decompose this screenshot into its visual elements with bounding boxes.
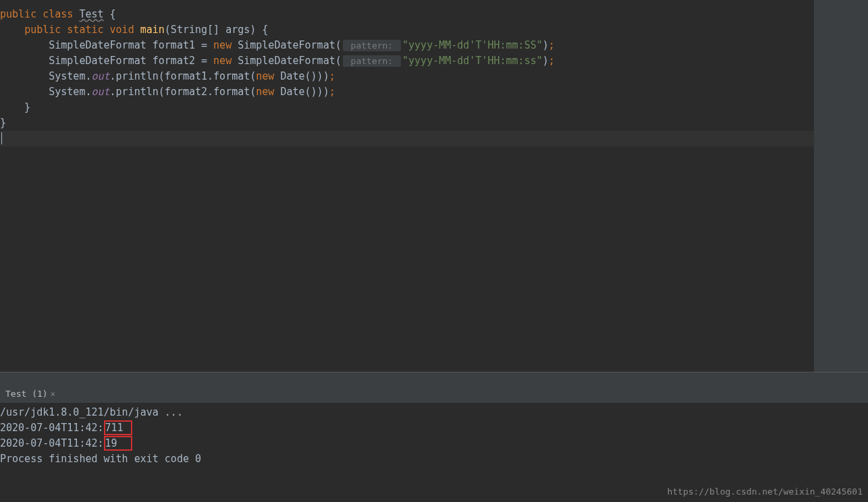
code-line: public static void main(String[] args) { — [0, 22, 814, 38]
console-tab[interactable]: Test (1) × — [0, 386, 61, 401]
console-tab-bar: Test (1) × — [0, 385, 868, 403]
code-line: public class Test { — [0, 7, 814, 22]
string-literal: "yyyy-MM-dd'T'HH:mm:SS" — [402, 39, 543, 51]
output-prefix: 2020-07-04T11:42: — [0, 437, 104, 449]
highlighted-output: 711 — [104, 420, 132, 435]
console-line: 2020-07-04T11:42:19 — [0, 436, 868, 451]
keyword-new: new — [213, 39, 238, 51]
code-line: System.out.println(format1.format(new Da… — [0, 69, 814, 84]
method-call: .println(format1.format( — [110, 70, 256, 82]
code-editor[interactable]: public class Test { public static void m… — [0, 0, 814, 372]
method-main: main — [140, 24, 165, 36]
system-ref: System. — [49, 70, 91, 82]
semicolon: ; — [329, 86, 335, 98]
pane-separator[interactable] — [0, 372, 868, 385]
param-hint: pattern: — [343, 40, 401, 51]
method-call: .println(format2.format( — [110, 86, 256, 98]
keyword-void: void — [110, 24, 140, 36]
ctor-call: SimpleDateFormat( — [238, 55, 342, 67]
code-line: SimpleDateFormat format2 = new SimpleDat… — [0, 53, 814, 69]
code-line: } — [0, 115, 814, 131]
indent — [0, 86, 49, 98]
console-line: 2020-07-04T11:42:711 — [0, 420, 868, 436]
keyword-public: public — [0, 8, 43, 20]
keyword-new: new — [256, 86, 280, 98]
close-paren: ) — [543, 39, 549, 51]
close-icon[interactable]: × — [51, 389, 55, 399]
date-call: Date())) — [280, 70, 329, 82]
system-ref: System. — [49, 86, 91, 98]
keyword-new: new — [256, 70, 280, 82]
indent — [0, 39, 49, 51]
close-paren: ) — [543, 55, 549, 67]
code-line: SimpleDateFormat format1 = new SimpleDat… — [0, 38, 814, 53]
highlighted-output: 19 — [104, 436, 132, 451]
semicolon: ; — [549, 55, 555, 67]
brace: { — [104, 8, 116, 20]
class-name: Test — [79, 8, 103, 20]
indent — [0, 55, 49, 67]
output-prefix: 2020-07-04T11:42: — [0, 422, 104, 434]
console-line: /usr/jdk1.8.0_121/bin/java ... — [0, 405, 868, 420]
params: (String[] args) { — [165, 24, 269, 36]
keyword-static: static — [67, 24, 109, 36]
code-line: } — [0, 100, 814, 115]
out-field: out — [91, 70, 109, 82]
param-hint: pattern: — [343, 55, 401, 67]
keyword-new: new — [213, 55, 238, 67]
var-decl: SimpleDateFormat format2 = — [49, 55, 213, 67]
java-command: /usr/jdk1.8.0_121/bin/java ... — [0, 406, 183, 418]
keyword-class: class — [43, 8, 79, 20]
var-decl: SimpleDateFormat format1 = — [49, 39, 213, 51]
watermark: https://blog.csdn.net/weixin_40245601 — [667, 486, 863, 497]
console-line: Process finished with exit code 0 — [0, 451, 868, 467]
caret-line — [0, 131, 814, 146]
string-literal: "yyyy-MM-dd'T'HH:mm:ss" — [402, 55, 543, 67]
semicolon: ; — [329, 70, 335, 82]
code-line: System.out.println(format2.format(new Da… — [0, 84, 814, 100]
semicolon: ; — [549, 39, 555, 51]
indent — [0, 70, 49, 82]
editor-scrollbar[interactable] — [814, 0, 868, 372]
keyword-public: public — [24, 24, 67, 36]
indent — [0, 24, 24, 36]
out-field: out — [91, 86, 109, 98]
tab-label: Test (1) — [5, 389, 48, 399]
date-call: Date())) — [280, 86, 329, 98]
ctor-call: SimpleDateFormat( — [238, 39, 342, 51]
